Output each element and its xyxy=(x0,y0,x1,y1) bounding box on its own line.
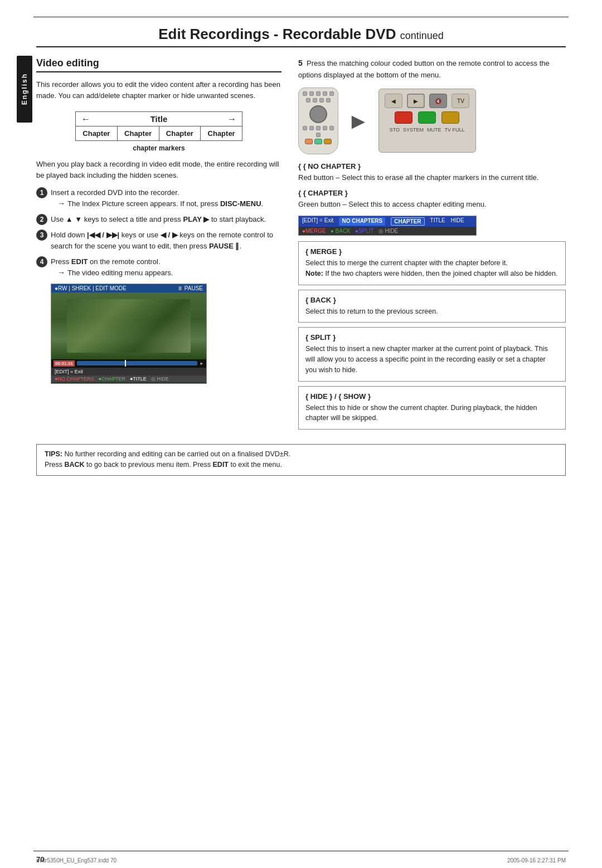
chapter-title-text: { CHAPTER } xyxy=(303,189,348,197)
no-chapter-title-text: { NO CHAPTER } xyxy=(303,162,361,170)
no-chapter-title: { { NO CHAPTER } xyxy=(298,162,566,170)
remote-btn-1 xyxy=(303,91,307,96)
screen-timeline-area: 00:01:01 ► xyxy=(51,359,206,368)
cbi-title: TITLE xyxy=(430,217,445,226)
chapter-cell-4: Chapter xyxy=(201,126,242,140)
cbi-split: ●SPLIT xyxy=(355,228,374,234)
step-1-number: 1 xyxy=(36,187,47,198)
diagram-header: ← Title → xyxy=(76,112,242,126)
panel-label-tvfull: TV FULL xyxy=(445,127,465,133)
back-box: { BACK } Select this to return to the pr… xyxy=(298,290,566,323)
section-underline xyxy=(36,71,281,72)
screen-menu-hide: ◎ HIDE xyxy=(151,376,169,382)
chapter-cell-1: Chapter xyxy=(76,126,118,140)
panel-color-yellow xyxy=(441,111,459,124)
timeline-marker xyxy=(125,360,126,367)
remote-color-yellow xyxy=(324,139,332,144)
arrow-icon-4: → xyxy=(57,267,65,279)
sidebar-label: English xyxy=(21,73,28,105)
cbi-hide-btn: ◎ HIDE xyxy=(378,228,399,234)
timeline-bar xyxy=(77,361,197,365)
cbi-topbar: [EDIT] = Exit NO CHAPTERS CHAPTER TITLE … xyxy=(299,216,476,227)
screen-menu-title: ●TITLE xyxy=(130,376,147,382)
screen-video-area xyxy=(51,292,206,359)
remote-btn-3 xyxy=(316,91,321,96)
page-title: Edit Recordings - Recordable DVD continu… xyxy=(158,26,444,42)
back-title: { BACK } xyxy=(305,296,559,304)
remote-btn-2 xyxy=(309,91,314,96)
remote-btn-m6 xyxy=(316,133,321,137)
right-arrow-icon: ► xyxy=(347,110,370,132)
merge-title: { MERGE } xyxy=(305,247,559,256)
screen-counter: 00:01:01 xyxy=(54,360,75,367)
chapter-markers-label: chapter markers xyxy=(133,144,185,152)
remote-panel-top-row: ◀ ▶ 🔇 TV xyxy=(383,94,471,108)
right-column: 5 Press the matching colour coded button… xyxy=(298,57,566,434)
footer: dvdr5350H_EU_Eng537.indd 70 2005-09-16 2… xyxy=(36,857,566,864)
remote-color-buttons xyxy=(305,139,332,144)
hide-show-text: Select this to hide or show the current … xyxy=(305,403,559,424)
remote-btn-7 xyxy=(313,98,317,103)
chapter-text: Green button – Select this to access cha… xyxy=(298,199,566,210)
intro-text: This recorder allows you to edit the vid… xyxy=(36,79,281,101)
panel-color-red xyxy=(395,111,412,124)
screen-timeline: 00:01:01 ► xyxy=(54,360,204,367)
step-2-number: 2 xyxy=(36,214,47,225)
diagram-title: Title xyxy=(151,114,168,124)
chapter-title: { { CHAPTER } xyxy=(298,189,566,197)
merge-text: Select this to merge the current chapter… xyxy=(305,258,559,279)
arrow-right-icon: → xyxy=(227,114,236,124)
no-chapter-section: { { NO CHAPTER } Red button – Select thi… xyxy=(298,162,566,183)
tips-box: TIPS: No further recording and editing c… xyxy=(36,444,566,476)
panel-btn-tv: TV xyxy=(452,94,469,108)
screen-topbar-left: ●RW | SHREK | EDIT MODE xyxy=(55,285,127,291)
step-4-number: 4 xyxy=(36,256,47,267)
remote-panel-right: ◀ ▶ 🔇 TV STO xyxy=(378,89,476,153)
page: English Edit Recordings - Recordable DVD… xyxy=(0,0,602,868)
split-title: { SPLIT } xyxy=(305,333,559,342)
remote-panel-color-row xyxy=(383,111,471,124)
title-diagram: ← Title → Chapter Chapter Chapter Chapte… xyxy=(75,111,242,141)
hide-show-title: { HIDE } / { SHOW } xyxy=(305,392,559,401)
remote-top-buttons xyxy=(301,91,336,103)
columns-layout: Video editing This recorder allows you t… xyxy=(36,57,566,434)
hide-show-box: { HIDE } / { SHOW } Select this to hide … xyxy=(298,386,566,430)
remote-btn-m3 xyxy=(316,126,321,130)
screen-menu-chapter: ●CHAPTER xyxy=(98,376,125,382)
merge-box: { MERGE } Select this to merge the curre… xyxy=(298,241,566,285)
arrow-left-icon: ← xyxy=(81,114,90,124)
panel-label-system: SYSTEM xyxy=(403,127,424,133)
remote-dpad-circle xyxy=(309,105,327,123)
diagram-chapters: Chapter Chapter Chapter Chapter xyxy=(76,126,242,140)
step-3: 3 Hold down |◀◀ / ▶▶| keys or use ◀ / ▶ … xyxy=(36,230,281,252)
remote-body xyxy=(298,87,338,154)
step-3-content: Hold down |◀◀ / ▶▶| keys or use ◀ / ▶ ke… xyxy=(51,230,281,252)
footer-right: 2005-09-16 2:27:31 PM xyxy=(507,857,566,864)
remote-color-red xyxy=(305,139,313,144)
chapter-cell-3: Chapter xyxy=(159,126,201,140)
screen-bottombar-text: [EDIT] = Exit xyxy=(55,369,83,374)
panel-label-mute: MUTE xyxy=(427,127,441,133)
remote-btn-4 xyxy=(323,91,327,96)
step-5-text: 5 Press the matching colour coded button… xyxy=(298,57,566,81)
timeline-end: ► xyxy=(200,361,204,366)
step-4-sub-text: The video editing menu appears. xyxy=(67,267,173,279)
step-1-sub-text: The Index Picture screen appears. If not… xyxy=(67,198,263,209)
step-4-content: Press EDIT on the remote control. → The … xyxy=(51,256,281,279)
remote-panel-detail: ◀ ▶ 🔇 TV STO xyxy=(378,89,476,153)
playback-note: When you play back a recording in video … xyxy=(36,159,281,181)
remote-btn-m2 xyxy=(309,126,314,130)
remote-btn-m1 xyxy=(303,126,307,130)
chapter-cell-2: Chapter xyxy=(118,126,159,140)
no-chapter-text: Red button – Select this to erase all th… xyxy=(298,172,566,183)
cbi-menurow: ●MERGE ● BACK ●SPLIT ◎ HIDE xyxy=(299,227,476,235)
sidebar: English xyxy=(17,56,32,123)
panel-btn-fwd: ▶ xyxy=(407,94,425,108)
cbi-no-chapters: NO CHAPTERS xyxy=(339,217,385,226)
arrow-icon-1: → xyxy=(57,198,65,209)
split-text: Select this to insert a new chapter mark… xyxy=(305,344,559,375)
split-box: { SPLIT } Select this to insert a new ch… xyxy=(298,327,566,381)
footer-left: dvdr5350H_EU_Eng537.indd 70 xyxy=(36,857,116,864)
panel-btn-back: ◀ xyxy=(385,94,402,108)
main-content: Edit Recordings - Recordable DVD continu… xyxy=(36,22,566,846)
